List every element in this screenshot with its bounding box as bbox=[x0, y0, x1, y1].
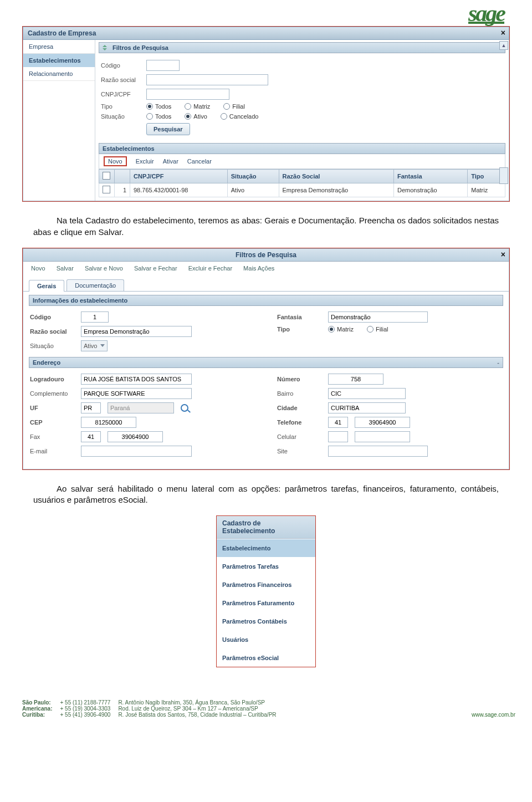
section-list: Estabelecimentos bbox=[99, 143, 505, 154]
f-addr-1: Rod. Luiz de Queiroz, SP 304 – Km 127 – … bbox=[118, 706, 276, 712]
inp-site[interactable] bbox=[328, 446, 428, 457]
sel-situacao[interactable]: Ativo bbox=[81, 340, 108, 351]
cell-fantasia: Demonstração bbox=[393, 183, 467, 197]
scroll-thumb[interactable] bbox=[499, 167, 508, 184]
menu-usuarios[interactable]: Usuários bbox=[217, 630, 315, 648]
panel-title-text: Cadastro de Empresa bbox=[28, 29, 96, 37]
section-filtros: Filtros de Pesquisa bbox=[99, 42, 505, 53]
form-toolbar: Novo Salvar Salvar e Novo Salvar e Fecha… bbox=[23, 262, 509, 277]
inp-cel-ddd[interactable] bbox=[328, 431, 348, 442]
tb-excluir-fechar[interactable]: Excluir e Fechar bbox=[188, 265, 232, 272]
f-city-2: Curitiba: bbox=[22, 712, 45, 718]
menu-tarefas[interactable]: Parâmetros Tarefas bbox=[217, 557, 315, 575]
radio-label: Matriz bbox=[193, 103, 210, 110]
lbl-razao2: Razão social bbox=[30, 328, 74, 335]
toolbar-novo[interactable]: Novo bbox=[104, 156, 127, 166]
section-info: Informações do estabelecimento bbox=[29, 295, 503, 306]
scroll-up-icon[interactable]: ▲ bbox=[499, 41, 508, 50]
paragraph-2: Ao salvar será habilitado o menu lateral… bbox=[33, 483, 499, 506]
ss2-header-text: Filtros de Pesquisa bbox=[236, 251, 296, 259]
radio-label: Filial bbox=[376, 326, 388, 333]
radio-filial[interactable]: Filial bbox=[367, 326, 388, 333]
list-toolbar: Novo Excluir Ativar Cancelar bbox=[99, 154, 505, 169]
sidebar-item-estab[interactable]: Estabelecimentos bbox=[23, 54, 95, 67]
f-phone-1: + 55 (19) 3004-3303 bbox=[60, 706, 110, 712]
cell-sit: Ativo bbox=[227, 183, 279, 197]
inp-uf[interactable] bbox=[81, 402, 101, 413]
f-phone-2: + 55 (41) 3906-4900 bbox=[60, 712, 110, 718]
header-checkbox[interactable] bbox=[103, 172, 110, 180]
inp-bairro[interactable] bbox=[328, 388, 406, 399]
tb-novo[interactable]: Novo bbox=[31, 265, 45, 272]
close-icon[interactable]: × bbox=[501, 28, 505, 37]
lbl-cep: CEP bbox=[30, 419, 74, 426]
inp-razao[interactable] bbox=[81, 326, 192, 337]
input-codigo[interactable] bbox=[146, 60, 180, 71]
inp-cidade[interactable] bbox=[328, 402, 406, 413]
inp-tel[interactable] bbox=[355, 417, 410, 428]
toolbar-cancelar[interactable]: Cancelar bbox=[187, 158, 212, 165]
radio-tipo-matriz[interactable]: Matriz bbox=[185, 103, 210, 110]
inp-uf-name bbox=[108, 402, 174, 413]
ss3-title: Cadastro de Estabelecimento bbox=[217, 516, 315, 539]
lbl-sit: Situação bbox=[101, 113, 140, 120]
toolbar-excluir[interactable]: Excluir bbox=[136, 158, 154, 165]
lbl-numero: Número bbox=[277, 376, 321, 382]
toolbar-ativar[interactable]: Ativar bbox=[163, 158, 178, 165]
inp-fax-ddd[interactable] bbox=[81, 431, 101, 442]
table-row[interactable]: 1 98.765.432/0001-98 Ativo Empresa Demon… bbox=[99, 183, 505, 197]
radio-sit-cancel[interactable]: Cancelado bbox=[221, 113, 259, 120]
inp-compl[interactable] bbox=[81, 388, 192, 399]
lbl-tel: Telefone bbox=[277, 419, 321, 426]
tb-salvar-novo[interactable]: Salvar e Novo bbox=[85, 265, 123, 272]
screenshot-sidemenu: Cadastro de Estabelecimento Estabelecime… bbox=[216, 515, 316, 667]
lbl-fantasia: Fantasia bbox=[277, 314, 321, 320]
menu-contabeis[interactable]: Parâmetros Contábeis bbox=[217, 612, 315, 630]
sidebar: Empresa Estabelecimentos Relacionamento bbox=[23, 40, 95, 201]
lbl-email: E-mail bbox=[30, 448, 74, 454]
radio-sit-todos[interactable]: Todos bbox=[146, 113, 171, 120]
input-razao[interactable] bbox=[146, 74, 268, 85]
tab-gerais[interactable]: Gerais bbox=[29, 280, 64, 292]
menu-financeiros[interactable]: Parâmetros Financeiros bbox=[217, 575, 315, 594]
panel-title: Cadastro de Empresa × bbox=[23, 27, 509, 40]
tb-salvar[interactable]: Salvar bbox=[57, 265, 74, 272]
input-cnpj[interactable] bbox=[146, 89, 229, 100]
tb-mais[interactable]: Mais Ações bbox=[243, 265, 274, 272]
inp-fax[interactable] bbox=[108, 431, 163, 442]
menu-estab[interactable]: Estabelecimento bbox=[217, 539, 315, 557]
menu-faturamento[interactable]: Parâmetros Faturamento bbox=[217, 594, 315, 612]
collapse-icon[interactable] bbox=[103, 44, 109, 51]
row-checkbox[interactable] bbox=[103, 186, 110, 193]
sidebar-item-relac[interactable]: Relacionamento bbox=[23, 67, 95, 81]
menu-esocial[interactable]: Parâmetros eSocial bbox=[217, 648, 315, 667]
footer-site-link[interactable]: www.sage.com.br bbox=[472, 712, 515, 718]
sidebar-item-empresa[interactable]: Empresa bbox=[23, 40, 95, 54]
section-list-label: Estabelecimentos bbox=[103, 145, 155, 152]
cell-tipo: Matriz bbox=[468, 183, 505, 197]
radio-label: Filial bbox=[232, 103, 245, 110]
inp-numero[interactable] bbox=[328, 374, 383, 385]
tb-salvar-fechar[interactable]: Salvar e Fechar bbox=[134, 265, 177, 272]
radio-sit-ativo[interactable]: Ativo bbox=[185, 113, 207, 120]
cell-razao: Empresa Demonstração bbox=[279, 183, 393, 197]
radio-tipo-filial[interactable]: Filial bbox=[223, 103, 245, 110]
radio-matriz[interactable]: Matriz bbox=[328, 326, 354, 333]
tab-doc[interactable]: Documentação bbox=[66, 279, 124, 291]
inp-fantasia[interactable] bbox=[328, 311, 428, 323]
inp-cep[interactable] bbox=[81, 417, 136, 428]
inp-cel[interactable] bbox=[355, 431, 410, 442]
radio-tipo-todos[interactable]: Todos bbox=[146, 103, 171, 110]
screenshot-cadastro-empresa: Cadastro de Empresa × Empresa Estabeleci… bbox=[22, 26, 510, 202]
inp-log[interactable] bbox=[81, 374, 192, 385]
lbl-razao: Razão social bbox=[101, 76, 140, 83]
pesquisar-button[interactable]: Pesquisar bbox=[146, 123, 190, 135]
search-icon[interactable] bbox=[181, 404, 188, 412]
inp-email[interactable] bbox=[81, 446, 192, 457]
table-header-row: CNPJ/CPF Situação Razão Social Fantasia … bbox=[99, 170, 505, 183]
close-icon[interactable]: × bbox=[501, 250, 505, 259]
inp-codigo[interactable] bbox=[81, 311, 109, 323]
cell-cnpj: 98.765.432/0001-98 bbox=[130, 183, 228, 197]
minus-icon[interactable]: - bbox=[497, 359, 499, 366]
inp-tel-ddd[interactable] bbox=[328, 417, 348, 428]
